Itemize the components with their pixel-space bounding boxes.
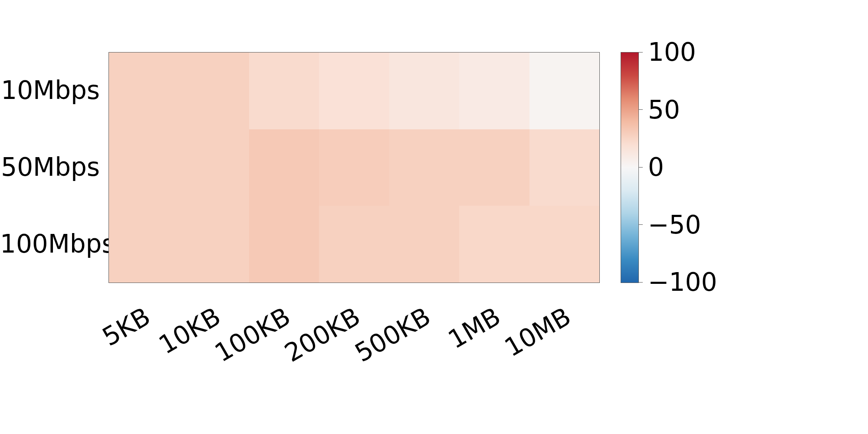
colorbar-tick: −100 <box>638 267 717 297</box>
colorbar-tickmark <box>638 167 643 168</box>
colorbar-tick-label: 0 <box>648 152 664 182</box>
heatmap-cell <box>319 206 389 283</box>
heatmap-cell <box>319 53 389 129</box>
heatmap-cell <box>389 53 459 129</box>
heatmap-cell <box>179 53 249 129</box>
heatmap-cell <box>389 206 459 283</box>
heatmap-cell <box>249 53 319 129</box>
colorbar-tick: 50 <box>638 95 680 125</box>
colorbar-tick-label: −50 <box>648 210 701 240</box>
heatmap-chart: 10Mbps50Mbps100Mbps 5KB10KB100KB200KB500… <box>0 0 868 434</box>
x-tick-label: 5KB <box>97 302 155 352</box>
heatmap-cell <box>109 53 179 129</box>
colorbar: −100−50050100 <box>621 52 639 283</box>
x-tick-label: 200KB <box>280 302 365 368</box>
heatmap-cell <box>529 129 599 206</box>
colorbar-tick: −50 <box>638 210 701 240</box>
y-tick-label: 10Mbps <box>0 76 100 105</box>
colorbar-tick-label: 50 <box>648 95 680 125</box>
colorbar-tickmark <box>638 52 643 53</box>
colorbar-tick: 0 <box>638 152 664 182</box>
colorbar-gradient <box>621 53 638 283</box>
x-tick-label: 500KB <box>350 302 435 368</box>
heatmap-grid <box>108 52 600 283</box>
x-tick-label: 100KB <box>210 302 295 368</box>
heatmap-cell <box>459 206 529 283</box>
colorbar-tick-label: 100 <box>648 37 696 67</box>
y-tick-label: 100Mbps <box>0 229 100 259</box>
colorbar-tick: 100 <box>638 37 696 67</box>
colorbar-tickmark <box>638 224 643 225</box>
x-tick-label: 10MB <box>500 302 576 363</box>
colorbar-tickmark <box>638 282 643 283</box>
heatmap-cell <box>109 129 179 206</box>
heatmap-cell <box>249 206 319 283</box>
heatmap-cell <box>179 129 249 206</box>
heatmap-cell <box>109 206 179 283</box>
heatmap-cell <box>389 129 459 206</box>
heatmap-cell <box>529 206 599 283</box>
x-tick-label: 1MB <box>443 302 506 355</box>
heatmap-cell <box>319 129 389 206</box>
y-tick-label: 50Mbps <box>0 152 100 182</box>
heatmap-cell <box>179 206 249 283</box>
heatmap-cell <box>459 129 529 206</box>
heatmap-cell <box>249 129 319 206</box>
heatmap-cell <box>459 53 529 129</box>
colorbar-tick-label: −100 <box>648 267 717 297</box>
x-axis-labels: 5KB10KB100KB200KB500KB1MB10MB <box>108 282 599 395</box>
heatmap-cell <box>529 53 599 129</box>
colorbar-tickmark <box>638 109 643 110</box>
y-axis-labels: 10Mbps50Mbps100Mbps <box>0 52 100 282</box>
